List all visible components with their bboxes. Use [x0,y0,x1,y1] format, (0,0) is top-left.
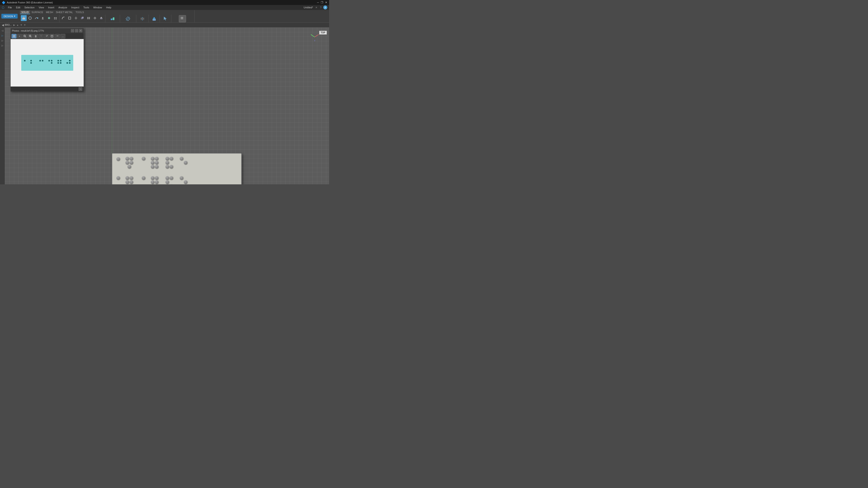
tab-surface[interactable]: SURFACE [30,11,44,14]
inspect-icon[interactable] [139,15,146,22]
bdot [155,165,158,168]
pv-rotate-btn[interactable]: ↺ [44,34,49,38]
close-document-btn[interactable]: ✕ [315,6,317,9]
left-panel-btn3[interactable]: ▷ [0,38,4,42]
user-avatar[interactable]: A [323,5,327,9]
left-panel-btn2[interactable]: ▷ [0,33,4,37]
create-extrude-icon[interactable] [21,15,27,21]
app-icon: 🔷 [2,1,5,4]
braille-preview-image [21,55,73,71]
create-loft-icon[interactable] [40,15,46,21]
tab-tools[interactable]: TOOLS [74,11,85,14]
modify-shell-icon[interactable] [67,15,72,21]
menu-help[interactable]: Help [104,6,113,9]
help-btn[interactable]: ? [320,6,321,9]
svg-line-46 [315,35,318,37]
construct-icon[interactable] [124,15,131,22]
menu-tools[interactable]: Tools [82,6,91,9]
svg-rect-5 [42,17,43,18]
svg-point-44 [181,20,182,21]
pv-add-btn[interactable]: + [17,34,22,38]
pv-more-btn[interactable]: ... [60,34,65,38]
tab-solid[interactable]: SOLID [20,11,30,14]
pv-gallery-btn[interactable]: 🖼 [11,34,17,38]
photo-viewer-maximize-btn[interactable]: □ [75,29,78,32]
insert-icon[interactable] [151,15,158,22]
svg-point-43 [182,18,183,19]
menu-window[interactable]: Window [91,6,104,9]
photo-viewer-minimize-btn[interactable]: ─ [71,29,74,32]
braille-creator-icon[interactable] [179,15,186,22]
create-sweep-icon[interactable] [33,15,39,21]
pv-favorite-btn[interactable]: ♡ [39,34,43,38]
photo-viewer-titlebar-buttons: ─ □ ✕ [71,29,82,32]
restore-button[interactable]: ❐ [321,1,323,4]
svg-rect-9 [54,19,55,20]
photo-viewer-expand-btn[interactable]: ⤡ [79,87,82,91]
breadcrumb-item[interactable]: BRO... [5,24,11,26]
photo-viewer-close-btn[interactable]: ✕ [79,29,82,32]
svg-rect-7 [54,17,55,18]
bdot [169,157,173,160]
viewport[interactable]: TOP X Y Z Photos - result.brf (5).png 17… [5,28,329,184]
bdot [155,157,158,160]
braille-char-2 [30,60,34,66]
menu-inspect[interactable]: Inspect [69,6,81,9]
svg-marker-25 [100,17,102,18]
bdot-off [42,62,43,64]
menu-analyze[interactable]: Analyze [57,6,69,9]
svg-marker-39 [164,17,166,20]
minimize-button[interactable]: ─ [317,1,319,4]
pv-delete-btn[interactable]: 🗑 [33,34,38,38]
bdot [151,161,154,164]
bdot-on [51,62,53,64]
tab-mesh[interactable]: MESH [44,11,55,14]
modify-split-icon[interactable] [86,15,92,21]
close-button[interactable]: ✕ [325,1,327,4]
svg-rect-58 [51,35,53,37]
title-bar-controls[interactable]: ─ ❐ ✕ [317,1,327,4]
photo-viewer-statusbar: ⤡ [11,87,84,92]
design-button[interactable]: DESIGN ▾ [1,14,18,19]
bdot-off [42,64,43,66]
menu-file[interactable]: File [6,6,14,9]
left-panel-toggle1[interactable]: ▲ [17,24,19,26]
modify-fillet-icon[interactable] [60,15,66,21]
modify-press-pull-icon[interactable] [98,15,104,21]
menu-selection[interactable]: Selection [23,6,36,9]
modify-scale-icon[interactable] [73,15,79,21]
create-patch-icon[interactable] [46,15,52,21]
pv-crop-btn[interactable] [50,34,55,38]
menu-view[interactable]: View [37,6,46,9]
left-panel-btn4[interactable]: ▷ [0,43,4,47]
bdot-on [69,60,70,61]
toolbar-group-construct: CONSTRUCT ▾ [120,15,136,22]
left-panel-toggle3[interactable]: ▼ [24,24,26,26]
pv-zoom-in-btn[interactable] [28,34,33,38]
panel-collapse-btn[interactable]: ◀ [2,24,4,27]
braille-char-6 [49,60,53,66]
svg-marker-35 [142,17,143,18]
pv-edit-btn[interactable]: ✂ [55,34,60,38]
menu-insert[interactable]: Insert [46,6,56,9]
create-revolve-icon[interactable] [27,15,33,21]
bdot-off [26,60,28,61]
svg-line-28 [112,19,113,19]
left-panel-btn1[interactable]: ◁ [0,29,4,33]
bdot-off [66,64,68,66]
modify-move-icon[interactable] [92,15,98,21]
menu-edit[interactable]: Edit [14,6,22,9]
select-icon[interactable] [162,15,169,22]
create-more-icon[interactable] [53,15,58,21]
bdot [165,180,169,184]
left-panel-toggle2[interactable]: ▼ [20,24,22,26]
bdot-on [24,60,26,61]
tab-sheet-metal[interactable]: SHEET METAL [55,11,74,14]
modify-combine-icon[interactable] [79,15,85,21]
svg-rect-26 [111,19,112,20]
breadcrumb-expand[interactable]: ▶ [13,24,15,26]
pv-zoom-out-btn[interactable] [22,34,27,38]
title-bar-left: 🔷 Autodesk Fusion 360 (Education License… [2,1,53,4]
svg-marker-14 [75,17,76,18]
assemble-icon[interactable] [109,15,116,22]
